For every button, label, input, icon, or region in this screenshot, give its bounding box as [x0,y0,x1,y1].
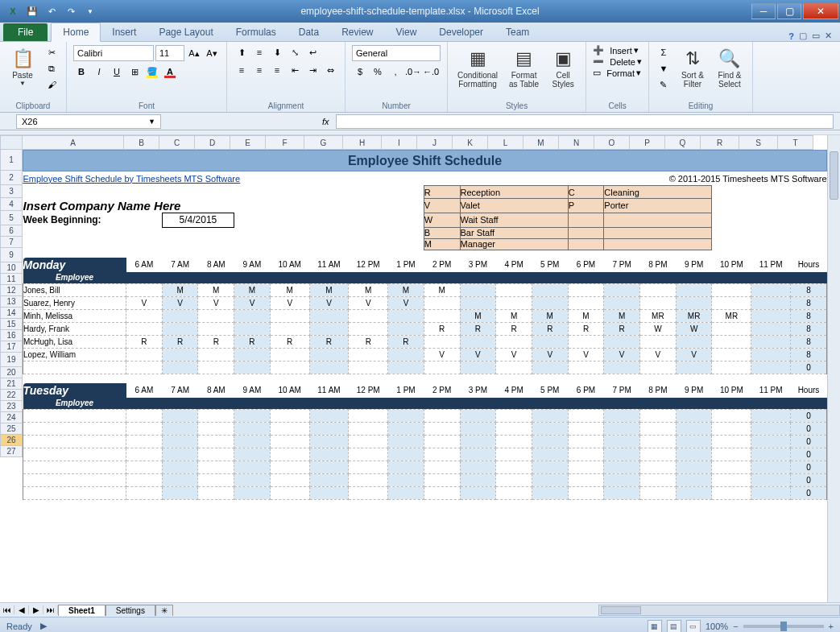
horizontal-scrollbar[interactable] [598,605,840,616]
row-header-1[interactable]: 1 [0,150,23,171]
column-header-N[interactable]: N [559,135,594,150]
copy-button[interactable]: ⧉ [43,61,60,76]
column-header-J[interactable]: J [417,135,453,150]
row-header-4[interactable]: 4 [0,198,23,211]
column-header-K[interactable]: K [453,135,488,150]
font-color-button[interactable]: A [162,64,178,79]
fill-color-button[interactable]: 🪣 [144,64,160,79]
tab-review[interactable]: Review [330,23,384,41]
align-right-button[interactable]: ≡ [269,63,285,77]
tab-file[interactable]: File [3,23,48,41]
number-format-combo[interactable] [352,45,441,61]
column-header-A[interactable]: A [23,135,124,150]
page-layout-view-button[interactable]: ▤ [667,620,681,633]
autosum-button[interactable]: Σ [656,45,672,60]
row-header-23[interactable]: 23 [0,401,23,412]
column-header-O[interactable]: O [594,135,630,150]
cell-styles-button[interactable]: ▣Cell Styles [547,45,579,100]
tab-home[interactable]: Home [51,23,101,42]
tab-view[interactable]: View [385,23,428,41]
first-sheet-button[interactable]: ⏮ [0,605,14,614]
format-painter-button[interactable]: 🖌 [43,77,60,92]
fx-icon[interactable]: fx [322,117,329,126]
redo-icon[interactable]: ↷ [63,3,79,19]
decrease-decimal-button[interactable]: ←.0 [423,64,439,79]
undo-icon[interactable]: ↶ [43,3,60,19]
normal-view-button[interactable]: ▦ [648,620,662,633]
zoom-out-button[interactable]: − [733,622,738,631]
minimize-button[interactable]: ─ [751,3,776,19]
formula-input[interactable] [336,114,834,129]
align-center-button[interactable]: ≡ [251,63,267,77]
vertical-scrollbar[interactable] [827,135,840,602]
cell-grid[interactable]: Employee Shift ScheduleEmployee Shift Sc… [23,150,827,602]
format-cells-button[interactable]: ▭ Format ▾ [593,68,642,78]
row-header-13[interactable]: 13 [0,296,23,308]
border-button[interactable]: ⊞ [126,64,143,79]
column-header-T[interactable]: T [778,135,813,150]
percent-format-button[interactable]: % [370,64,386,79]
template-link[interactable]: Employee Shift Schedule by Timesheets MT… [23,174,241,184]
save-icon[interactable]: 💾 [24,3,40,19]
increase-decimal-button[interactable]: .0→ [405,64,421,79]
paste-button[interactable]: 📋 Paste ▼ [6,45,39,100]
column-header-S[interactable]: S [739,135,778,150]
row-header-26[interactable]: 26 [0,435,23,446]
next-sheet-button[interactable]: ▶ [29,605,43,614]
sheet-tab-sheet1[interactable]: Sheet1 [58,605,106,616]
row-header-24[interactable]: 24 [0,412,23,423]
row-header-9[interactable]: 9 [0,248,23,262]
decrease-font-button[interactable]: A▾ [204,46,220,60]
column-header-D[interactable]: D [195,135,230,150]
sort-filter-button[interactable]: ⇅Sort & Filter [677,45,709,100]
tab-team[interactable]: Team [494,23,540,41]
row-header-19[interactable]: 19 [0,353,23,367]
close-button[interactable]: ✕ [803,3,838,19]
row-header-7[interactable]: 7 [0,237,23,248]
column-header-I[interactable]: I [382,135,417,150]
column-header-C[interactable]: C [159,135,195,150]
column-header-Q[interactable]: Q [665,135,701,150]
excel-icon[interactable]: X [5,3,21,19]
row-header-27[interactable]: 27 [0,446,23,457]
column-header-R[interactable]: R [701,135,739,150]
fill-button[interactable]: ▼ [656,61,672,76]
tab-formulas[interactable]: Formulas [225,23,288,41]
tab-data[interactable]: Data [288,23,330,41]
page-break-view-button[interactable]: ▭ [686,620,701,633]
zoom-in-button[interactable]: + [829,622,834,631]
insert-cells-button[interactable]: ➕ Insert ▾ [593,45,642,56]
tab-insert[interactable]: Insert [101,23,147,41]
find-select-button[interactable]: 🔍Find & Select [714,45,746,100]
format-as-table-button[interactable]: ▤Format as Table [506,45,542,100]
row-header-21[interactable]: 21 [0,378,23,390]
column-header-G[interactable]: G [304,135,343,150]
column-header-L[interactable]: L [488,135,523,150]
increase-indent-button[interactable]: ⇥ [304,63,321,77]
chevron-down-icon[interactable]: ▼ [148,118,155,126]
row-header-3[interactable]: 3 [0,185,23,198]
row-header-22[interactable]: 22 [0,390,23,401]
sheet-tab-settings[interactable]: Settings [106,605,155,616]
row-header-2[interactable]: 2 [0,171,23,185]
new-sheet-button[interactable]: ✳ [155,605,173,616]
row-header-6[interactable]: 6 [0,225,23,237]
align-bottom-button[interactable]: ⬇ [269,45,285,60]
last-sheet-button[interactable]: ⏭ [43,605,58,614]
row-header-16[interactable]: 16 [0,330,23,341]
column-header-E[interactable]: E [230,135,266,150]
qat-dropdown-icon[interactable]: ▼ [82,3,98,19]
row-header-17[interactable]: 17 [0,341,23,353]
prev-sheet-button[interactable]: ◀ [14,605,29,614]
column-header-B[interactable]: B [124,135,159,150]
conditional-formatting-button[interactable]: ▦Conditional Formatting [454,45,501,100]
cut-button[interactable]: ✂ [43,45,60,60]
increase-font-button[interactable]: A▴ [186,46,202,60]
align-top-button[interactable]: ⬆ [234,45,250,60]
accounting-format-button[interactable]: $ [352,64,368,79]
row-header-25[interactable]: 25 [0,423,23,435]
align-middle-button[interactable]: ≡ [251,45,267,60]
delete-cells-button[interactable]: ➖ Delete ▾ [593,56,642,67]
close-workbook-icon[interactable]: ✕ [825,31,832,41]
comma-format-button[interactable]: , [387,64,403,79]
